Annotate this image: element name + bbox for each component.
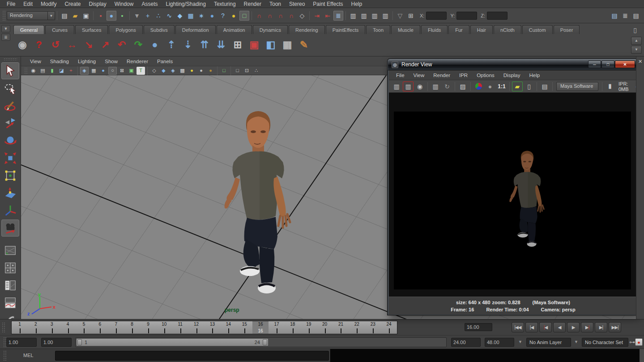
flipbook-icon[interactable]: ◉ [15,38,30,52]
camera-zoom-icon[interactable]: ↗ [98,38,112,52]
xray-joints-icon[interactable]: ◆ [159,67,168,75]
timeline-frame-8[interactable]: 8 [124,321,140,334]
shelf-popup-icon[interactable]: ≣ [1,34,10,41]
step-forward-key-button[interactable]: ▶| [581,322,593,332]
redo-icon[interactable]: ↷ [131,38,145,52]
show-manipulator-button[interactable] [1,202,19,219]
coord-y-input[interactable] [456,12,477,20]
ungroup-icon[interactable]: ⇊ [214,38,228,52]
select-joints-icon[interactable]: ∴ [154,11,163,21]
anim-layer-selector[interactable]: No Anim Layer [526,338,571,347]
range-slider-track[interactable]: 1 24 [75,337,447,347]
timeline-frame-17[interactable]: 17 [269,321,285,334]
timeline-frame-2[interactable]: 2 [28,321,44,334]
animation-end-field[interactable] [485,338,514,347]
scale-tool-button[interactable] [1,150,19,167]
menu-create[interactable]: Create [60,0,85,8]
shelf-tab-animation[interactable]: Animation [217,25,252,34]
shelf-tab-rendering[interactable]: Rendering [289,25,325,34]
render-settings-button[interactable]: ▤ [539,82,550,91]
parent-icon[interactable]: ⇡ [164,38,179,52]
timeline-frame-23[interactable]: 23 [365,321,381,334]
coord-z-input[interactable] [487,12,508,20]
shelf-tab-deformation[interactable]: Deformation [175,25,216,34]
universal-manipulator-button[interactable] [1,167,19,184]
snap-to-curves-icon[interactable]: ∩ [265,11,275,21]
outputs-from-selected-icon[interactable]: ⇤ [323,11,333,21]
animation-start-field[interactable] [6,338,37,347]
timeline-frame-5[interactable]: 5 [76,321,92,334]
shelf-tab-fur[interactable]: Fur [448,25,469,34]
camera-track-icon[interactable]: ↔ [65,38,79,52]
edit-image-button[interactable]: ▰ [512,82,523,91]
command-language-label[interactable]: MEL [23,353,34,358]
lasso-tool-button[interactable] [1,80,19,97]
move-tool-button[interactable] [1,115,19,132]
gate-mask-icon[interactable]: ∴ [252,67,260,75]
select-surfaces-icon[interactable]: ◆ [175,11,185,21]
shelf-scroll-up-icon[interactable]: ▲ [631,37,642,45]
shelf-tab-custom[interactable]: Custom [522,25,553,34]
render-image-area[interactable] [389,93,637,297]
timeline-frame-3[interactable]: 3 [44,321,60,334]
timeline-frame-13[interactable]: 13 [205,321,221,334]
open-render-view-icon[interactable]: ▥ [348,11,358,21]
inputs-to-selected-icon[interactable]: ⇥ [312,11,322,21]
timeline-frame-21[interactable]: 21 [333,321,349,334]
paint-effects-icon[interactable]: ✎ [297,38,311,52]
select-tool-button[interactable] [1,62,19,79]
select-hierarchy-icon[interactable]: ▪ [96,11,106,21]
menu-lighting-shading[interactable]: Lighting/Shading [162,0,209,8]
character-set-selector[interactable]: No Character Set [582,338,628,347]
command-line-grip[interactable] [3,350,6,361]
minimize-button[interactable]: ─ [588,60,601,68]
layout-four-pane-button[interactable] [1,259,19,276]
smooth-shade-icon[interactable]: ▦ [90,67,98,75]
lighting-flat-icon[interactable]: ● [206,67,215,75]
timeline-frame-16[interactable]: 1616 [252,321,269,334]
toolbox-grip[interactable] [4,58,17,60]
wireframe-mode-icon[interactable]: ◈ [80,67,89,75]
time-slider-ruler[interactable]: 1234567891011121314151616171819202122232… [11,321,397,334]
select-deformations-icon[interactable]: ▦ [186,11,196,21]
select-handles-icon[interactable]: + [143,11,153,21]
render-current-frame-icon[interactable]: ▥ [359,11,369,21]
panel-menu-renderer[interactable]: Renderer [122,59,153,64]
xray-active-icon[interactable]: ◈ [169,67,177,75]
zoom-1to1-button[interactable]: 1:1 [496,82,507,91]
timeline-frame-24[interactable]: 24 [381,321,397,334]
lighting-default-icon[interactable]: ● [197,67,205,75]
select-misc-icon[interactable]: ? [218,11,228,21]
step-back-key-button[interactable]: |◀ [539,322,552,332]
exposure-icon[interactable]: ▩ [178,67,187,75]
rgb-channels-button[interactable] [473,82,484,91]
delete-unused-icon[interactable]: ● [148,38,162,52]
panel-toolbar-grip[interactable] [24,67,27,74]
layout-graph-pane-button[interactable] [1,294,19,311]
select-objects-icon[interactable]: ● [107,11,116,21]
menu-toon[interactable]: Toon [265,0,285,8]
snapshot-button[interactable]: ◉ [414,82,425,91]
rendered-image[interactable] [394,112,631,289]
menu-stereo[interactable]: Stereo [285,0,309,8]
bookmark-icon[interactable]: ▮ [48,67,56,75]
shelf-scroll-down-icon[interactable]: ▼ [631,46,642,54]
maximize-button[interactable]: □ [601,60,614,68]
lattice-icon[interactable]: ▦ [280,38,294,52]
playback-start-field[interactable] [41,338,72,347]
panel-menu-show[interactable]: Show [100,59,122,64]
unparent-icon[interactable]: ⇣ [181,38,195,52]
snap-to-view-planes-icon[interactable]: ∩ [286,11,296,21]
shelf-tab-muscle[interactable]: Muscle [391,25,420,34]
shelf-tab-curves[interactable]: Curves [45,25,74,34]
menu-display[interactable]: Display [85,0,110,8]
timeline-frame-20[interactable]: 20 [317,321,333,334]
range-slider-bar[interactable]: 1 24 [77,339,268,346]
current-time-field[interactable] [465,323,492,331]
ipr-render-icon[interactable]: ▥ [370,11,380,21]
panel-menu-panels[interactable]: Panels [153,59,177,64]
transform-filter-arrow-icon[interactable]: ▽ [395,11,405,21]
panel-menu-shading[interactable]: Shading [46,59,73,64]
range-slider-grip[interactable] [3,337,6,348]
construction-history-icon[interactable]: ≣ [333,11,343,21]
